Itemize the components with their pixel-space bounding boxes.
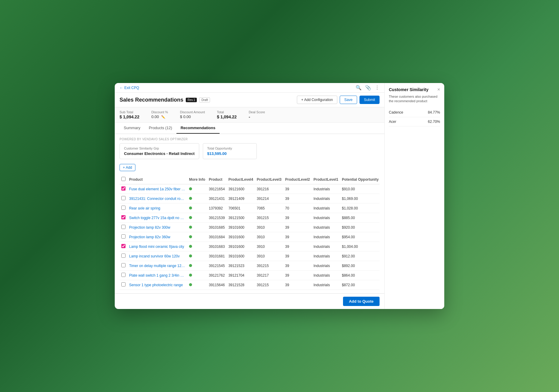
- table-row: Sensor 1 type photoelectric range 391156…: [120, 280, 380, 290]
- col-checkbox: [120, 175, 127, 184]
- col-product-num: Product: [207, 175, 226, 184]
- row-level4: 39121528: [226, 280, 255, 290]
- select-all-checkbox[interactable]: [121, 177, 126, 181]
- row-level4: 39121600: [226, 184, 255, 194]
- row-product-name: Lamp flood mini ceramic f/java city: [127, 242, 187, 251]
- row-level4: 706501: [226, 203, 255, 213]
- attachment-icon[interactable]: 📎: [365, 85, 371, 91]
- sidebar-description: These customers also purchased the recom…: [389, 94, 440, 104]
- row-checkbox[interactable]: [121, 206, 126, 210]
- row-checkbox[interactable]: [121, 254, 126, 258]
- row-level1: Industrials: [312, 213, 340, 223]
- submit-button[interactable]: Submit: [359, 96, 380, 104]
- grid-icon[interactable]: ⋮: [375, 85, 380, 91]
- summary-strip: Sub Total $ 1,094.22 Discount % 0.00 ✏️ …: [115, 107, 384, 123]
- row-checkbox[interactable]: [121, 215, 126, 219]
- row-checkbox[interactable]: [121, 282, 126, 287]
- status-dot: [189, 187, 192, 190]
- status-dot: [189, 254, 192, 257]
- add-configuration-button[interactable]: + Add Configuration: [297, 96, 338, 104]
- table-row: Plate wall switch 1 gang 2 3/4in wd x 39…: [120, 271, 380, 280]
- tab-recommendations[interactable]: Recommendations: [176, 123, 220, 134]
- row-level4: 39101600: [226, 232, 255, 242]
- row-product-num: 39121545: [207, 261, 226, 271]
- discount-edit-icon[interactable]: ✏️: [161, 115, 165, 119]
- similarity-pct: 84.77%: [428, 110, 440, 114]
- row-level1: Industrials: [312, 194, 340, 203]
- top-icons: 🔍 📎 ⋮: [356, 85, 380, 91]
- row-more-info: [187, 184, 207, 194]
- total-opportunity-value: $13,595.00: [207, 151, 252, 156]
- search-icon[interactable]: 🔍: [356, 85, 362, 91]
- row-product-name: Plate wall switch 1 gang 2 3/4in wd x: [127, 271, 187, 280]
- discount-item: Discount % 0.00 ✏️: [151, 110, 168, 119]
- exit-cpq-button[interactable]: ← Exit CPQ: [120, 86, 139, 90]
- row-checkbox[interactable]: [121, 244, 126, 248]
- add-row-button[interactable]: + Add: [120, 164, 135, 171]
- row-level4: 39101600: [226, 223, 255, 232]
- table-row: 39121431: Connector conduit romex alum 1…: [120, 194, 380, 203]
- row-level2: 39: [283, 232, 312, 242]
- row-checkbox[interactable]: [121, 273, 126, 277]
- discount-amount-value: $ 0.00: [180, 114, 191, 119]
- row-level2: 39: [283, 280, 312, 290]
- row-product-num: 39101685: [207, 223, 226, 232]
- row-product-num: 39101683: [207, 242, 226, 251]
- row-potential: $872.00: [340, 280, 380, 290]
- similarity-company: Cadence: [389, 110, 403, 114]
- row-level1: Industrials: [312, 223, 340, 232]
- sidebar-header: Customer Similarity ×: [389, 87, 440, 92]
- sub-total-value: $ 1,094.22: [120, 114, 139, 119]
- close-sidebar-button[interactable]: ×: [437, 87, 440, 92]
- row-product-num: 39121431: [207, 194, 226, 203]
- col-more-info: More Info: [187, 175, 207, 184]
- row-level3: 3910: [255, 242, 283, 251]
- row-product-num: 39121654: [207, 184, 226, 194]
- row-product-num: 39101681: [207, 251, 226, 261]
- row-potential: $920.00: [340, 223, 380, 232]
- total-value: $ 1,094.22: [217, 114, 237, 119]
- content-area: POWERED BY VENDAVO SALES OPTIMIZER Custo…: [115, 134, 384, 293]
- discount-amount-label: Discount Amount: [180, 110, 205, 114]
- row-level1: Industrials: [312, 271, 340, 280]
- row-level1: Industrials: [312, 203, 340, 213]
- similarity-row: Acer 62.70%: [389, 117, 440, 126]
- row-checkbox[interactable]: [121, 196, 126, 200]
- row-product-name: 39121431: Connector conduit romex alum 1…: [127, 194, 187, 203]
- draft-badge: Draft: [199, 97, 210, 102]
- deal-score-item: Deal Score -: [249, 110, 265, 119]
- row-checkbox-cell: [120, 280, 127, 290]
- row-potential: $892.00: [340, 261, 380, 271]
- row-level3: 391214: [255, 194, 283, 203]
- header-actions: + Add Configuration Save Submit: [297, 96, 380, 104]
- col-level3: ProductLevel3: [255, 175, 283, 184]
- status-dot: [189, 216, 192, 219]
- row-level2: 39: [283, 194, 312, 203]
- deal-score-label: Deal Score: [249, 110, 265, 114]
- page-header: Sales Recommendations Rev.1 Draft + Add …: [115, 93, 384, 107]
- row-level1: Industrials: [312, 242, 340, 251]
- sidebar-panel: Customer Similarity × These customers al…: [384, 83, 444, 309]
- tab-summary[interactable]: Summary: [120, 123, 145, 134]
- back-arrow-icon: ←: [120, 86, 123, 90]
- customer-similarity-card: Customer Similarity Grp Consumer Electro…: [120, 143, 199, 159]
- row-checkbox[interactable]: [121, 234, 126, 239]
- row-checkbox-cell: [120, 261, 127, 271]
- row-level1: Industrials: [312, 232, 340, 242]
- row-more-info: [187, 280, 207, 290]
- row-checkbox[interactable]: [121, 263, 126, 267]
- tab-products[interactable]: Products (12): [145, 123, 176, 134]
- row-level2: 39: [283, 242, 312, 251]
- col-level4: ProductLevel4: [226, 175, 255, 184]
- row-level3: 391215: [255, 280, 283, 290]
- row-more-info: [187, 223, 207, 232]
- row-checkbox[interactable]: [121, 225, 126, 229]
- rev-badge: Rev.1: [186, 98, 197, 102]
- row-product-name: Timer on delay multiple range 120VAC: [127, 261, 187, 271]
- add-to-quote-button[interactable]: Add to Quote: [343, 297, 380, 306]
- row-checkbox[interactable]: [121, 186, 126, 191]
- row-level2: 39: [283, 251, 312, 261]
- save-button[interactable]: Save: [340, 96, 357, 104]
- row-more-info: [187, 213, 207, 223]
- row-checkbox-cell: [120, 242, 127, 251]
